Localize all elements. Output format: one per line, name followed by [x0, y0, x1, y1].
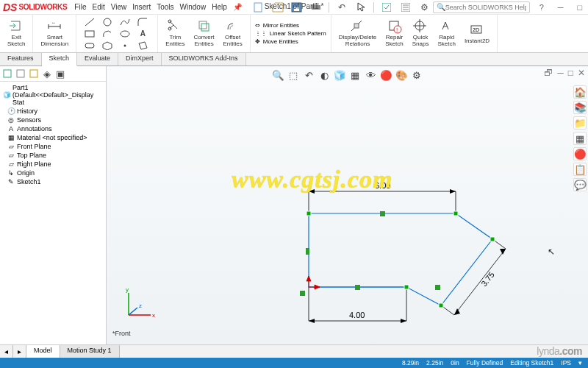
hide-show-button[interactable]: 👁: [364, 68, 377, 82]
zoom-area-button[interactable]: ⬚: [287, 68, 300, 82]
tabs-nav-right-icon[interactable]: ▸: [18, 347, 21, 355]
graphics-restore-icon[interactable]: 🗗: [544, 68, 553, 78]
menu-edit[interactable]: Edit: [92, 3, 104, 11]
tab-motion-study[interactable]: Motion Study 1: [60, 345, 120, 358]
linear-pattern-button[interactable]: ⋮⋮Linear Sketch Pattern: [255, 30, 326, 37]
exit-sketch-button[interactable]: ExitSketch: [4, 18, 28, 49]
relation-horizontal-icon[interactable]: [380, 211, 385, 216]
menu-insert[interactable]: Insert: [132, 3, 151, 11]
tree-root[interactable]: 🧊Part1 (Default<<Default>_Display Stat: [3, 83, 104, 107]
section-view-button[interactable]: ◐: [318, 68, 331, 82]
relation-coincident-icon[interactable]: [435, 285, 440, 290]
feature-tree-tab[interactable]: [1, 68, 13, 79]
maximize-button[interactable]: □: [573, 2, 587, 13]
tree-top-plane[interactable]: ▱Top Plane: [3, 151, 104, 160]
menu-view[interactable]: View: [111, 3, 127, 11]
menu-window[interactable]: Window: [180, 3, 207, 11]
previous-view-button[interactable]: ↶: [302, 68, 315, 82]
point-tool[interactable]: [118, 40, 132, 51]
edit-appearance-button[interactable]: 🔴: [379, 68, 392, 82]
dimxpert-manager-tab[interactable]: ◈: [41, 68, 53, 79]
relation-coincident-icon[interactable]: [300, 291, 305, 296]
apply-scene-button[interactable]: 🎨: [395, 68, 408, 82]
view-orientation-button[interactable]: 🧊: [333, 68, 346, 82]
arc-tool[interactable]: [100, 29, 115, 39]
plane-tool[interactable]: [135, 40, 150, 51]
trim-entities-button[interactable]: TrimEntities: [162, 18, 187, 49]
undo-button[interactable]: ↶: [334, 1, 350, 14]
zoom-fit-button[interactable]: 🔍: [271, 68, 284, 82]
tab-evaluate[interactable]: Evaluate: [77, 53, 118, 66]
sw-resources-icon[interactable]: 🏠: [573, 85, 587, 99]
tree-front-plane[interactable]: ▱Front Plane: [3, 142, 104, 151]
tree-right-plane[interactable]: ▱Right Plane: [3, 160, 104, 169]
display-delete-relations-button[interactable]: Display/DeleteRelations: [336, 18, 380, 49]
graphics-close-icon[interactable]: ✕: [578, 68, 585, 78]
tree-material[interactable]: ▦Material <not specified>: [3, 133, 104, 142]
instant2d-button[interactable]: 2D Instant2D: [462, 21, 492, 46]
tab-dimxpert[interactable]: DimXpert: [118, 53, 162, 66]
view-palette-icon[interactable]: ▦: [573, 132, 587, 145]
slot-tool[interactable]: [82, 40, 97, 51]
settings-button[interactable]: ⚙: [417, 1, 433, 14]
help-search[interactable]: 🔍: [433, 1, 530, 13]
menu-help[interactable]: Help: [212, 3, 227, 11]
mirror-entities-button[interactable]: ⇔Mirror Entities: [255, 22, 326, 29]
circle-tool[interactable]: [100, 17, 115, 27]
options-button[interactable]: [398, 1, 414, 14]
polygon-tool[interactable]: [100, 40, 115, 51]
quick-snaps-button[interactable]: QuickSnaps: [409, 18, 432, 49]
custom-props-icon[interactable]: 📋: [573, 163, 587, 176]
forum-icon[interactable]: 💬: [573, 178, 587, 191]
tree-origin[interactable]: ↳Origin: [3, 169, 104, 177]
menu-tools[interactable]: Tools: [157, 3, 173, 11]
minimize-button[interactable]: ─: [553, 2, 568, 13]
display-style-button[interactable]: ▦: [348, 68, 362, 82]
help-button[interactable]: ?: [534, 2, 549, 13]
rapid-label: RapidSketch: [437, 35, 455, 48]
move-entities-button[interactable]: ✥Move Entities: [255, 38, 326, 45]
property-manager-tab[interactable]: [15, 68, 26, 79]
tab-sketch[interactable]: Sketch: [42, 53, 78, 66]
tab-addins[interactable]: SOLIDWORKS Add-Ins: [162, 53, 246, 66]
display-manager-tab[interactable]: ▣: [54, 68, 66, 79]
tab-model[interactable]: Model: [26, 345, 60, 358]
relation-horizontal-icon[interactable]: [355, 285, 360, 290]
rebuild-button[interactable]: [379, 1, 395, 14]
appearances-icon[interactable]: 🔴: [573, 147, 587, 160]
dimension-side[interactable]: 3.75: [441, 239, 506, 315]
search-input[interactable]: [445, 4, 526, 11]
view-settings-button[interactable]: ⚙: [410, 68, 423, 82]
tree-history[interactable]: 🕑History: [3, 107, 104, 116]
svg-text:x: x: [152, 312, 155, 319]
tabs-nav-left-icon[interactable]: ◂: [4, 347, 8, 355]
tree-sensors[interactable]: ◎Sensors: [3, 116, 104, 124]
graphics-maximize-icon[interactable]: □: [568, 68, 573, 78]
tab-features[interactable]: Features: [0, 53, 42, 66]
offset-entities-button[interactable]: OffsetEntities: [220, 18, 245, 49]
smart-dimension-button[interactable]: ↔ SmartDimension: [37, 18, 71, 49]
menu-file[interactable]: File: [74, 3, 86, 11]
dimension-bottom[interactable]: 4.00: [309, 287, 406, 323]
config-manager-tab[interactable]: [28, 68, 40, 79]
tree-sketch1[interactable]: ✎Sketch1: [3, 177, 104, 186]
file-explorer-icon[interactable]: 📁: [573, 116, 587, 130]
ellipse-tool[interactable]: [118, 29, 132, 39]
text-tool[interactable]: A: [135, 29, 150, 39]
graphics-area[interactable]: 🔍 ⬚ ↶ ◐ 🧊 ▦ 👁 🔴 🎨 ⚙ 🗗 ─ □ ✕ 🏠 📚 📁 ▦ 🔴 📋 …: [107, 66, 588, 344]
design-library-icon[interactable]: 📚: [573, 101, 587, 114]
repair-sketch-button[interactable]: ! RepairSketch: [382, 18, 406, 49]
status-more-icon[interactable]: ▾: [578, 359, 582, 367]
relation-vertical-icon[interactable]: [306, 248, 309, 255]
fillet-tool[interactable]: [135, 17, 150, 27]
spline-tool[interactable]: [118, 17, 132, 27]
select-button[interactable]: [353, 1, 369, 14]
menu-pin-icon[interactable]: 📌: [233, 3, 242, 11]
rectangle-tool[interactable]: [82, 29, 97, 39]
tree-annotations[interactable]: AAnnotations: [3, 124, 104, 133]
graphics-minimize-icon[interactable]: ─: [557, 68, 564, 78]
rapid-sketch-button[interactable]: RapidSketch: [434, 18, 458, 49]
line-tool[interactable]: [82, 17, 97, 27]
convert-entities-button[interactable]: ConvertEntities: [191, 18, 218, 49]
svg-rect-21: [201, 24, 209, 31]
